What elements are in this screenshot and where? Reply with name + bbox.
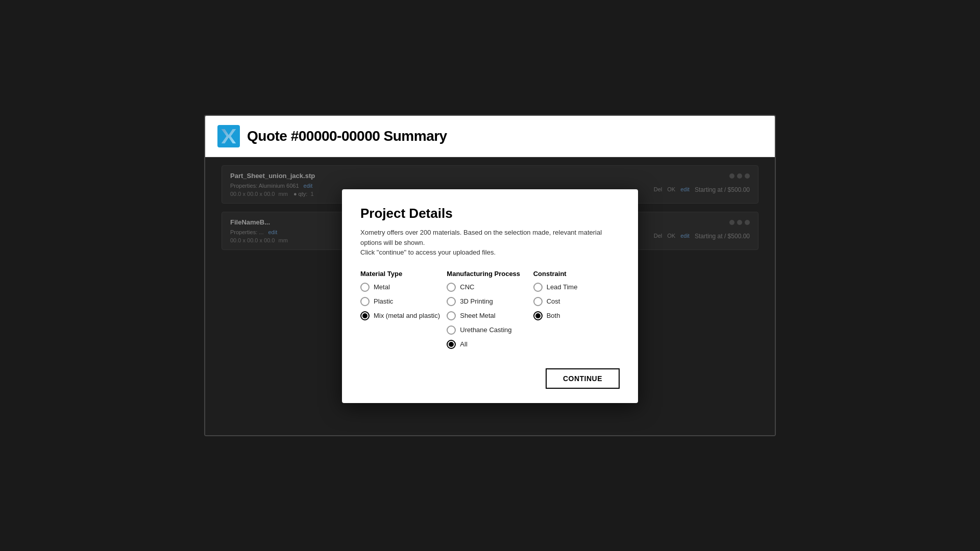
page-title: Quote #00000-00000 Summary — [247, 128, 447, 144]
material-type-column: Material Type Metal Plastic Mix (metal a… — [360, 270, 447, 354]
radio-urethane[interactable]: Urethane Casting — [447, 325, 533, 335]
modal-desc-line1: Xometry offers over 200 materials. Based… — [360, 229, 602, 246]
constraint-column: Constraint Lead Time Cost Both — [533, 270, 620, 354]
modal-overlay: Project Details Xometry offers over 200 … — [205, 157, 775, 435]
continue-button[interactable]: CONTINUE — [546, 368, 620, 389]
radio-plastic[interactable]: Plastic — [360, 297, 447, 306]
radio-metal-indicator[interactable] — [360, 283, 370, 292]
radio-mix-label: Mix (metal and plastic) — [374, 312, 440, 319]
radio-all-indicator[interactable] — [447, 340, 456, 349]
radio-plastic-label: Plastic — [374, 297, 393, 305]
form-grid: Material Type Metal Plastic Mix (metal a… — [360, 270, 620, 354]
modal-description: Xometry offers over 200 materials. Based… — [360, 228, 620, 258]
radio-metal[interactable]: Metal — [360, 283, 447, 292]
radio-3dprinting[interactable]: 3D Printing — [447, 297, 533, 306]
modal-footer: CONTINUE — [360, 368, 620, 389]
radio-metal-label: Metal — [374, 283, 390, 291]
xometry-logo-icon — [217, 125, 240, 147]
radio-all-label: All — [460, 340, 467, 348]
radio-sheetmetal-label: Sheet Metal — [460, 312, 495, 319]
header-bar: Quote #00000-00000 Summary — [205, 116, 775, 157]
radio-mix[interactable]: Mix (metal and plastic) — [360, 311, 447, 320]
radio-both-indicator[interactable] — [533, 311, 543, 320]
radio-cost[interactable]: Cost — [533, 297, 620, 306]
project-details-modal: Project Details Xometry offers over 200 … — [342, 189, 638, 403]
mfg-extra-options: Urethane Casting All — [447, 325, 533, 354]
radio-cnc-label: CNC — [460, 283, 474, 291]
radio-plastic-indicator[interactable] — [360, 297, 370, 306]
manufacturing-process-label: Manufacturing Process — [447, 270, 533, 278]
radio-3dprinting-label: 3D Printing — [460, 297, 493, 305]
radio-urethane-indicator[interactable] — [447, 325, 456, 335]
radio-both[interactable]: Both — [533, 311, 620, 320]
radio-leadtime[interactable]: Lead Time — [533, 283, 620, 292]
constraint-label: Constraint — [533, 270, 620, 278]
main-window: Quote #00000-00000 Summary Part_Sheet_un… — [204, 115, 776, 436]
background-content: Part_Sheet_union_jack.stp Properties: Al… — [205, 157, 775, 435]
radio-cost-indicator[interactable] — [533, 297, 543, 306]
radio-cnc[interactable]: CNC — [447, 283, 533, 292]
modal-desc-line2: Click "continue" to access your uploaded… — [360, 248, 496, 256]
radio-all[interactable]: All — [447, 340, 533, 349]
material-type-label: Material Type — [360, 270, 447, 278]
radio-sheetmetal[interactable]: Sheet Metal — [447, 311, 533, 320]
modal-title: Project Details — [360, 206, 620, 221]
radio-3dprinting-indicator[interactable] — [447, 297, 456, 306]
radio-leadtime-indicator[interactable] — [533, 283, 543, 292]
radio-cnc-indicator[interactable] — [447, 283, 456, 292]
radio-cost-label: Cost — [547, 297, 560, 305]
radio-sheetmetal-indicator[interactable] — [447, 311, 456, 320]
manufacturing-process-column: Manufacturing Process CNC 3D Printing Sh… — [447, 270, 533, 354]
radio-mix-indicator[interactable] — [360, 311, 370, 320]
radio-both-label: Both — [547, 312, 560, 319]
radio-leadtime-label: Lead Time — [547, 283, 578, 291]
radio-urethane-label: Urethane Casting — [460, 326, 511, 334]
